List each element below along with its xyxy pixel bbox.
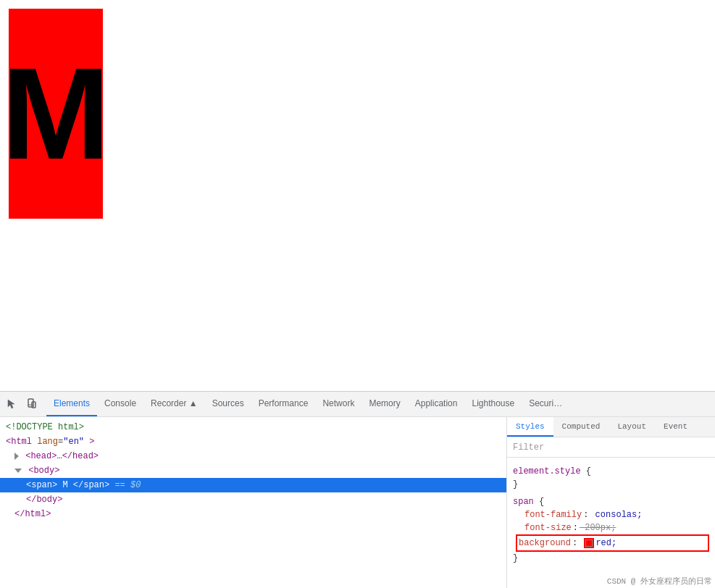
- dom-line-head: <head>…</head>: [0, 449, 506, 463]
- devtools-panel: Elements Console Recorder ▲ Sources Perf…: [0, 391, 715, 588]
- doctype-text: <!DOCTYPE html>: [6, 422, 84, 432]
- styles-sub-tab-styles[interactable]: Styles: [507, 417, 553, 437]
- m-letter: M: [1, 49, 110, 179]
- dom-line-body: <body>: [0, 463, 506, 478]
- dom-line-html: <html lang="en" >: [0, 434, 506, 449]
- tab-performance[interactable]: Performance: [251, 392, 316, 416]
- html-close-tag: </html>: [14, 509, 51, 519]
- body-open-tag: <body>: [28, 466, 59, 476]
- body-close-tag: </body>: [26, 495, 62, 505]
- filter-label: Filter: [513, 442, 544, 453]
- css-block-span: span { font-family : consolas; font-size…: [513, 495, 709, 565]
- dom-line-html-close: </html>: [0, 507, 506, 521]
- dom-line-doctype: <!DOCTYPE html>: [0, 420, 506, 434]
- devtools-toolbar: Elements Console Recorder ▲ Sources Perf…: [0, 392, 715, 417]
- styles-content: element.style { } span { font-family : c…: [507, 458, 715, 572]
- styles-sub-tab-layout[interactable]: Layout: [609, 417, 655, 437]
- tab-security[interactable]: Securi…: [522, 392, 569, 416]
- head-tag: <head>: [25, 451, 57, 461]
- tab-elements[interactable]: Elements: [46, 392, 97, 416]
- red-box: M: [9, 9, 103, 219]
- inspect-element-button[interactable]: [3, 395, 20, 413]
- css-close-brace-1: }: [513, 478, 709, 491]
- dom0-marker: == $0: [114, 480, 141, 490]
- toolbar-icons: [3, 395, 46, 413]
- lang-attr: lang: [37, 437, 58, 447]
- tab-application[interactable]: Application: [408, 392, 465, 416]
- styles-tabs: Styles Computed Layout Event: [507, 417, 715, 437]
- device-toggle-button[interactable]: [23, 395, 41, 413]
- styles-panel: Styles Computed Layout Event Filter elem…: [507, 417, 715, 588]
- html-tag: <html: [6, 437, 32, 447]
- tab-console[interactable]: Console: [97, 392, 143, 416]
- css-prop-font-size: font-size : 200px;: [513, 521, 709, 534]
- css-prop-background: background : red;: [516, 534, 709, 552]
- css-selector-span: span {: [513, 495, 709, 508]
- styles-sub-tab-event[interactable]: Event: [655, 417, 696, 437]
- watermark: CSDN @ 外女座程序员的日常: [607, 576, 712, 587]
- css-close-brace-span: }: [513, 552, 709, 565]
- devtools-tabs: Elements Console Recorder ▲ Sources Perf…: [46, 392, 712, 416]
- svg-rect-0: [28, 399, 33, 407]
- tab-lighthouse[interactable]: Lighthouse: [464, 392, 522, 416]
- css-block-element-style: element.style { }: [513, 465, 709, 491]
- color-swatch-red[interactable]: [585, 539, 593, 547]
- dom-panel: <!DOCTYPE html> <html lang="en" > <head>…: [0, 417, 507, 588]
- tab-memory[interactable]: Memory: [361, 392, 407, 416]
- tab-network[interactable]: Network: [315, 392, 361, 416]
- devtools-body: <!DOCTYPE html> <html lang="en" > <head>…: [0, 417, 715, 588]
- main-content: M: [0, 0, 715, 391]
- span-tag: <span> M </span>: [26, 480, 109, 490]
- tab-sources[interactable]: Sources: [205, 392, 251, 416]
- filter-bar: Filter: [507, 437, 715, 458]
- tab-recorder[interactable]: Recorder ▲: [143, 392, 205, 416]
- css-prop-font-family: font-family : consolas;: [513, 508, 709, 521]
- styles-sub-tab-computed[interactable]: Computed: [553, 417, 609, 437]
- dom-line-span-selected[interactable]: <span> M </span> == $0: [0, 478, 506, 492]
- css-selector-element-style: element.style {: [513, 465, 709, 478]
- dom-line-body-close: </body>: [0, 492, 506, 507]
